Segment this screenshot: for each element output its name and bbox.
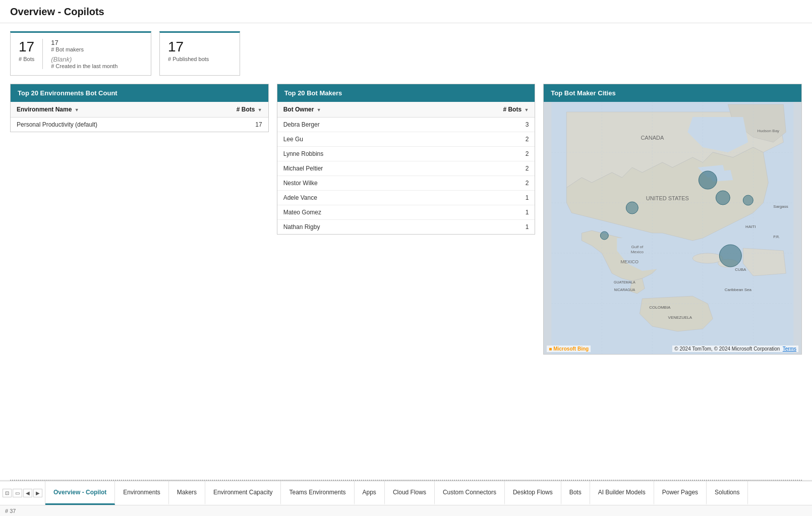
maker-name-cell: Lynne Robbins [277,147,427,161]
svg-point-30 [601,232,609,240]
svg-text:P.R.: P.R. [774,235,780,239]
env-bot-count-panel: Top 20 Environments Bot Count Environmen… [10,84,269,132]
env-name-cell: Personal Productivity (default) [11,118,194,132]
published-bots-value: 17 [168,39,231,55]
env-bots-col-header[interactable]: # Bots ▼ [194,102,268,118]
page-title: Overview - Copilots [0,0,812,23]
footer-bar: # 37 [0,505,812,516]
terms-link[interactable]: Terms [783,346,796,352]
map-container: CANADA UNITED STATES MEXICO Gulf of Mexi… [544,102,801,354]
bots-left: 17 # Bots [19,39,43,69]
svg-point-29 [743,195,753,205]
tab-teams-environments[interactable]: Teams Environments [281,481,354,505]
bots-value: 17 [19,39,34,55]
svg-text:COLOMBIA: COLOMBIA [650,305,671,310]
makers-table: Bot Owner ▼ # Bots ▼ Debra Berger3Lee Gu… [277,102,535,234]
footer-page-info: # 37 [5,508,16,514]
maker-name-cell: Nathan Rigby [277,220,427,235]
env-count-cell: 17 [194,118,268,132]
table-row: Michael Peltier2 [277,161,535,176]
tab-environments[interactable]: Environments [115,481,168,505]
env-name-col-header[interactable]: Environment Name ▼ [11,102,194,118]
svg-text:Sargass: Sargass [774,204,788,209]
created-last-month-label: # Created in the last month [51,63,118,69]
metrics-row: 17 # Bots 17 # Bot makers (Blank) # Crea… [0,23,812,84]
tab-nav-prev[interactable]: ◀ [23,489,32,497]
bot-makers-label: # Bot makers [51,46,118,52]
maker-count-cell: 2 [427,176,535,191]
table-row: Nestor Wilke2 [277,176,535,191]
tab-nav-monitor-icon[interactable]: ⊡ [3,489,12,497]
bots-metric-card: 17 # Bots 17 # Bot makers (Blank) # Crea… [10,31,151,76]
svg-point-31 [720,245,742,267]
main-content: Overview - Copilots 17 # Bots 17 # Bot m… [0,0,812,480]
env-panel-header: Top 20 Environments Bot Count [11,84,268,102]
tab-ai-builder-models[interactable]: AI Builder Models [590,481,654,505]
map-svg: CANADA UNITED STATES MEXICO Gulf of Mexi… [544,102,801,354]
svg-text:Caribbean Sea: Caribbean Sea [725,288,752,292]
env-bots-sort-arrow: ▼ [258,107,262,112]
tab-bots[interactable]: Bots [561,481,590,505]
svg-text:HAITI: HAITI [745,224,756,229]
svg-text:CANADA: CANADA [641,135,665,141]
table-row: Nathan Rigby1 [277,220,535,235]
tab-cloud-flows[interactable]: Cloud Flows [385,481,435,505]
maker-name-cell: Lee Gu [277,132,427,147]
svg-point-28 [716,191,730,205]
svg-point-1 [693,253,723,263]
map-panel-header: Top Bot Maker Cities [544,84,801,102]
bots-right: 17 # Bot makers (Blank) # Created in the… [51,39,118,69]
maker-owner-col-header[interactable]: Bot Owner ▼ [277,102,427,118]
tabs-container: Overview - CopilotEnvironmentsMakersEnvi… [45,481,748,505]
tab-desktop-flows[interactable]: Desktop Flows [505,481,561,505]
maker-name-cell: Adele Vance [277,191,427,205]
bot-makers-panel: Top 20 Bot Makers Bot Owner ▼ # Bots ▼ [277,84,536,235]
table-row: Personal Productivity (default)17 [11,118,268,132]
blank-value: (Blank) [51,55,118,63]
tab-bar: ⊡ ▭ ◀ ▶ Overview - CopilotEnvironmentsMa… [0,481,812,505]
maker-count-cell: 3 [427,118,535,132]
maker-count-cell: 1 [427,220,535,235]
tab-power-pages[interactable]: Power Pages [654,481,707,505]
tab-nav-next[interactable]: ▶ [33,489,42,497]
tab-apps[interactable]: Apps [355,481,385,505]
table-row: Adele Vance1 [277,191,535,205]
svg-text:UNITED STATES: UNITED STATES [646,195,689,201]
table-row: Lynne Robbins2 [277,147,535,161]
tab-nav-controls: ⊡ ▭ ◀ ▶ [0,481,45,505]
bing-logo: ■ Microsoft Bing [547,346,591,352]
maker-name-cell: Michael Peltier [277,161,427,176]
svg-text:Gulf of: Gulf of [631,245,644,249]
maker-count-cell: 2 [427,147,535,161]
maker-name-cell: Nestor Wilke [277,176,427,191]
svg-text:Hudson Bay: Hudson Bay [758,129,780,133]
bot-makers-value: 17 [51,39,118,46]
tab-environment-capacity[interactable]: Environment Capacity [205,481,281,505]
maker-count-cell: 2 [427,132,535,147]
published-bots-card: 17 # Published bots [159,31,240,76]
maker-owner-sort-arrow: ▼ [317,107,321,112]
maker-count-cell: 1 [427,205,535,220]
created-last-month-sub: (Blank) # Created in the last month [51,55,118,69]
tables-row: Top 20 Environments Bot Count Environmen… [0,84,812,365]
tab-solutions[interactable]: Solutions [707,481,748,505]
svg-text:Mexico: Mexico [631,250,644,254]
maker-bots-col-header[interactable]: # Bots ▼ [427,102,535,118]
map-panel: Top Bot Maker Cities [543,84,802,355]
bot-makers-sub: 17 # Bot makers [51,39,118,52]
bots-label: # Bots [19,56,34,62]
env-table: Environment Name ▼ # Bots ▼ Personal Pro… [11,102,268,132]
svg-text:GUATEMALA: GUATEMALA [614,280,635,284]
tab-nav-phone-icon[interactable]: ▭ [13,489,22,497]
svg-point-26 [699,171,717,189]
tab-overview-copilot[interactable]: Overview - Copilot [45,481,115,505]
tab-makers[interactable]: Makers [169,481,205,505]
tab-custom-connectors[interactable]: Custom Connectors [435,481,505,505]
table-row: Lee Gu2 [277,132,535,147]
env-name-sort-arrow: ▼ [75,107,79,112]
table-row: Debra Berger3 [277,118,535,132]
makers-panel-header: Top 20 Bot Makers [277,84,535,102]
maker-count-cell: 2 [427,161,535,176]
maker-name-cell: Mateo Gomez [277,205,427,220]
svg-text:MEXICO: MEXICO [621,259,639,264]
